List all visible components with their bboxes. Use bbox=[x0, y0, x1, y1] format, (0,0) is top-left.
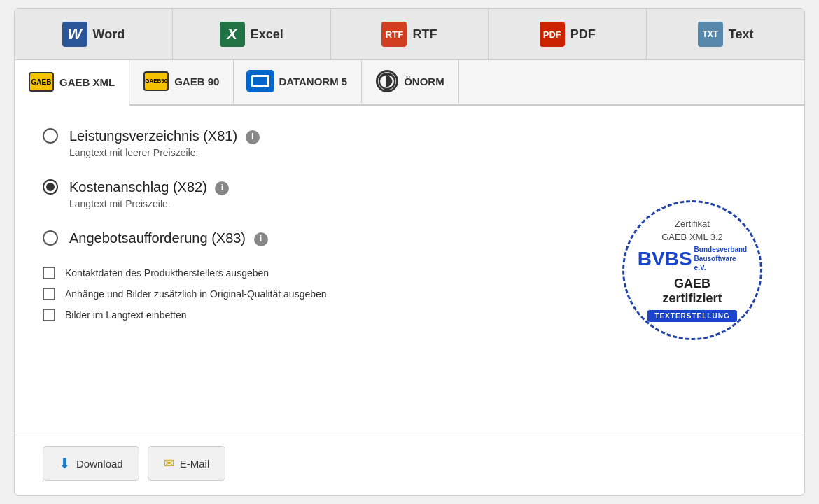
tab-word-label: Word bbox=[93, 27, 125, 42]
download-label: Download bbox=[76, 458, 123, 470]
radio-option-x83[interactable]: Angebotsaufforderung (X83) i bbox=[43, 229, 594, 247]
subtab-datanorm5[interactable]: DATANORM 5 bbox=[234, 60, 362, 104]
checkbox-box-cb1[interactable] bbox=[43, 267, 55, 279]
subtab-datanorm5-label: DATANORM 5 bbox=[279, 76, 347, 88]
content-right: Zertifikat GAEB XML 3.2 BVBS Bundesverba… bbox=[608, 127, 776, 414]
radio-x82-sublabel: Langtext mit Preiszeile. bbox=[69, 198, 229, 209]
excel-icon: X bbox=[220, 22, 245, 47]
radio-x83[interactable] bbox=[43, 230, 58, 246]
info-icon-x83[interactable]: i bbox=[254, 232, 268, 246]
subtab-gaeb-xml[interactable]: GAEB GAEB XML bbox=[15, 60, 130, 106]
checkbox-label-cb1: Kontaktdaten des Produktherstellers ausg… bbox=[65, 267, 269, 279]
pdf-icon: PDF bbox=[540, 22, 565, 47]
checkbox-box-cb2[interactable] bbox=[43, 288, 55, 300]
subtab-oenorm[interactable]: ÖNORM bbox=[362, 60, 459, 104]
tab-rtf-label: RTF bbox=[412, 27, 437, 42]
radio-x81-content: Leistungsverzeichnis (X81) i Langtext mi… bbox=[69, 127, 260, 158]
content-area: Leistungsverzeichnis (X81) i Langtext mi… bbox=[15, 106, 804, 435]
download-icon: ⬇ bbox=[59, 455, 71, 472]
info-icon-x81[interactable]: i bbox=[246, 130, 260, 144]
cert-subtitle: GAEB XML 3.2 bbox=[662, 232, 723, 242]
radio-x82-label: Kostenanschlag (X82) i bbox=[69, 178, 229, 196]
buttons-row: ⬇ Download ✉ E-Mail bbox=[15, 435, 804, 495]
tab-text[interactable]: TXT Text bbox=[647, 9, 804, 59]
txt-icon: TXT bbox=[698, 22, 723, 47]
sub-tabs-row: GAEB GAEB XML GAEB90 GAEB 90 DATANORM 5 … bbox=[15, 60, 804, 106]
radio-x83-label: Angebotsaufforderung (X83) i bbox=[69, 229, 268, 247]
radio-x81-sublabel: Langtext mit leerer Preiszeile. bbox=[69, 147, 260, 158]
email-icon: ✉ bbox=[164, 456, 174, 471]
radio-x82[interactable] bbox=[43, 179, 58, 195]
word-icon: W bbox=[62, 22, 88, 47]
radio-x82-content: Kostenanschlag (X82) i Langtext mit Prei… bbox=[69, 178, 229, 209]
radio-x81[interactable] bbox=[43, 128, 58, 144]
tab-rtf[interactable]: RTF RTF bbox=[331, 9, 489, 59]
info-icon-x82[interactable]: i bbox=[215, 181, 229, 195]
checkbox-label-cb2: Anhänge und Bilder zusätzlich in Origina… bbox=[65, 288, 327, 300]
content-left: Leistungsverzeichnis (X81) i Langtext mi… bbox=[43, 127, 594, 414]
email-button[interactable]: ✉ E-Mail bbox=[148, 446, 226, 481]
checkbox-cb2[interactable]: Anhänge und Bilder zusätzlich in Origina… bbox=[43, 288, 594, 300]
tab-excel[interactable]: X Excel bbox=[173, 9, 331, 59]
tab-text-label: Text bbox=[729, 27, 754, 42]
checkbox-section: Kontaktdaten des Produktherstellers ausg… bbox=[43, 267, 594, 321]
cert-title: Zertifikat bbox=[675, 218, 710, 229]
tab-pdf[interactable]: PDF PDF bbox=[489, 9, 647, 59]
checkbox-box-cb3[interactable] bbox=[43, 309, 55, 321]
checkbox-cb1[interactable]: Kontaktdaten des Produktherstellers ausg… bbox=[43, 267, 594, 279]
radio-x83-content: Angebotsaufforderung (X83) i bbox=[69, 229, 268, 247]
cert-tag: TEXTERSTELLUNG bbox=[648, 310, 736, 322]
tab-pdf-label: PDF bbox=[570, 27, 596, 42]
main-container: W Word X Excel RTF RTF PDF PDF TXT Text … bbox=[14, 8, 805, 496]
download-button[interactable]: ⬇ Download bbox=[43, 446, 139, 481]
subtab-gaeb-90-label: GAEB 90 bbox=[174, 76, 219, 88]
subtab-oenorm-label: ÖNORM bbox=[404, 76, 444, 88]
cert-bvbs-row: BVBS Bundesverband Bausoftware e.V. bbox=[638, 245, 747, 272]
certificate-badge: Zertifikat GAEB XML 3.2 BVBS Bundesverba… bbox=[622, 200, 762, 340]
svg-point-0 bbox=[379, 74, 395, 89]
oenorm-logo bbox=[376, 70, 398, 92]
email-label: E-Mail bbox=[180, 458, 210, 470]
radio-x81-label: Leistungsverzeichnis (X81) i bbox=[69, 127, 260, 145]
cert-bvbs-desc: Bundesverband Bausoftware e.V. bbox=[694, 245, 748, 272]
format-tabs-row: W Word X Excel RTF RTF PDF PDF TXT Text bbox=[15, 9, 804, 60]
cert-gaeb: GAEB bbox=[674, 276, 710, 291]
cert-zertifiziert: zertifiziert bbox=[662, 291, 722, 306]
radio-option-x82[interactable]: Kostenanschlag (X82) i Langtext mit Prei… bbox=[43, 178, 594, 209]
radio-option-x81[interactable]: Leistungsverzeichnis (X81) i Langtext mi… bbox=[43, 127, 594, 158]
tab-word[interactable]: W Word bbox=[15, 9, 173, 59]
cert-bvbs-text: BVBS bbox=[638, 249, 692, 269]
checkbox-label-cb3: Bilder im Langtext einbetten bbox=[65, 309, 187, 321]
rtf-icon: RTF bbox=[382, 22, 407, 47]
subtab-gaeb-90[interactable]: GAEB90 GAEB 90 bbox=[130, 60, 234, 104]
gaeb-xml-logo: GAEB bbox=[29, 72, 54, 92]
datanorm-logo bbox=[248, 71, 273, 91]
tab-excel-label: Excel bbox=[251, 27, 284, 42]
subtab-gaeb-xml-label: GAEB XML bbox=[59, 76, 115, 88]
checkbox-cb3[interactable]: Bilder im Langtext einbetten bbox=[43, 309, 594, 321]
gaeb-90-logo: GAEB90 bbox=[144, 71, 169, 91]
